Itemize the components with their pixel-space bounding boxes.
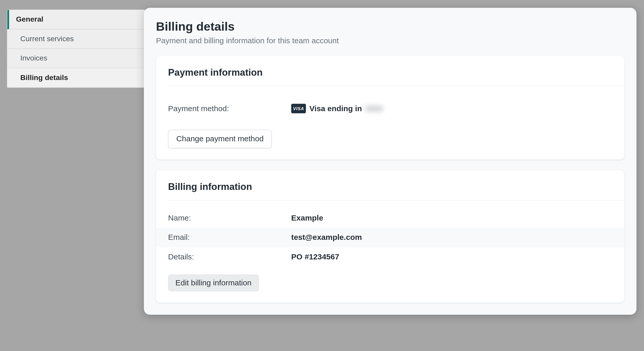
sidebar-item-label: General [16,15,43,23]
payment-method-label: Payment method: [168,104,291,113]
payment-method-value: VISA Visa ending in 0000 [291,104,383,113]
sidebar-item-invoices[interactable]: Invoices [7,49,145,68]
sidebar-item-label: Current services [20,34,74,43]
payment-information-card: Payment information Payment method: VISA… [156,56,624,160]
billing-details-value: PO #1234567 [291,252,339,261]
payment-information-heading: Payment information [168,67,612,78]
divider [168,200,624,201]
sidebar-item-current-services[interactable]: Current services [7,29,145,49]
sidebar-item-billing-details[interactable]: Billing details [7,68,145,87]
billing-information-heading: Billing information [168,181,612,192]
billing-email-label: Email: [168,233,291,242]
change-payment-method-button[interactable]: Change payment method [168,130,272,148]
billing-name-value: Example [291,214,323,223]
divider [168,86,624,86]
payment-method-last4: 0000 [365,104,383,113]
sidebar-item-general[interactable]: General [7,10,145,30]
billing-details-label: Details: [168,252,291,261]
panel-subtitle: Payment and billing information for this… [156,36,624,45]
payment-method-text: Visa ending in [309,104,362,113]
edit-billing-information-button[interactable]: Edit billing information [168,275,259,292]
billing-name-label: Name: [168,214,291,223]
billing-information-card: Billing information Name: Example Email:… [156,170,624,303]
sidebar-item-label: Billing details [20,74,68,82]
settings-sidebar: General Current services Invoices Billin… [7,10,145,88]
billing-details-panel: Billing details Payment and billing info… [144,8,636,315]
sidebar-item-label: Invoices [20,54,47,62]
billing-details-row: Details: PO #1234567 [168,247,612,267]
billing-email-row: Email: test@example.com [156,228,624,247]
panel-title: Billing details [156,20,624,34]
visa-icon: VISA [291,104,306,113]
payment-method-row: Payment method: VISA Visa ending in 0000 [168,99,612,118]
billing-email-value: test@example.com [291,233,362,242]
billing-name-row: Name: Example [168,208,612,228]
